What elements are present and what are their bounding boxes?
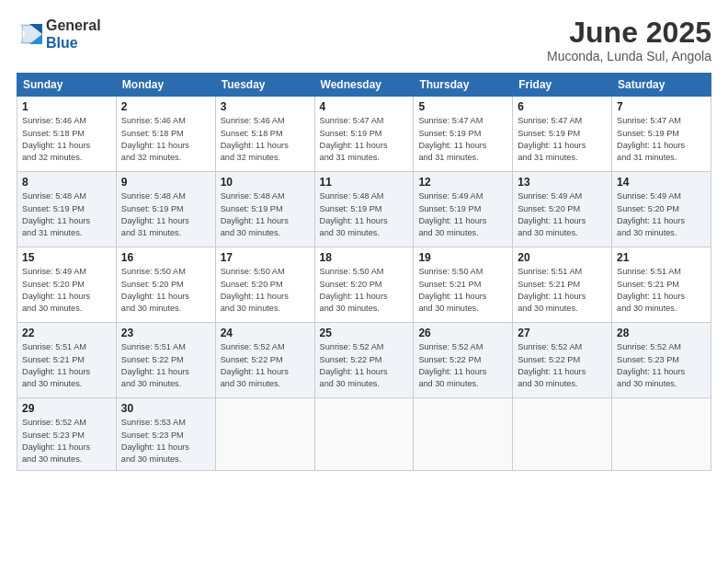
- day-info: Sunrise: 5:52 AM Sunset: 5:22 PM Dayligh…: [418, 341, 507, 390]
- day-cell: 10Sunrise: 5:48 AM Sunset: 5:19 PM Dayli…: [215, 172, 314, 247]
- day-cell: 19Sunrise: 5:50 AM Sunset: 5:21 PM Dayli…: [414, 247, 513, 323]
- day-info: Sunrise: 5:47 AM Sunset: 5:19 PM Dayligh…: [320, 115, 409, 164]
- header-cell-tuesday: Tuesday: [215, 74, 314, 97]
- day-number: 5: [418, 100, 507, 113]
- calendar-table: SundayMondayTuesdayWednesdayThursdayFrid…: [17, 73, 711, 470]
- day-number: 30: [121, 402, 210, 415]
- week-row-3: 15Sunrise: 5:49 AM Sunset: 5:20 PM Dayli…: [17, 247, 711, 323]
- day-cell: 3Sunrise: 5:46 AM Sunset: 5:18 PM Daylig…: [215, 97, 314, 172]
- day-info: Sunrise: 5:48 AM Sunset: 5:19 PM Dayligh…: [121, 190, 210, 239]
- day-info: Sunrise: 5:47 AM Sunset: 5:19 PM Dayligh…: [518, 115, 607, 164]
- day-cell: 16Sunrise: 5:50 AM Sunset: 5:20 PM Dayli…: [116, 247, 215, 323]
- day-cell: 6Sunrise: 5:47 AM Sunset: 5:19 PM Daylig…: [513, 97, 612, 172]
- day-cell: 27Sunrise: 5:52 AM Sunset: 5:22 PM Dayli…: [513, 323, 612, 398]
- day-number: 6: [518, 100, 607, 113]
- week-row-1: 1Sunrise: 5:46 AM Sunset: 5:18 PM Daylig…: [17, 97, 711, 172]
- week-row-4: 22Sunrise: 5:51 AM Sunset: 5:21 PM Dayli…: [17, 323, 711, 398]
- day-cell: 17Sunrise: 5:50 AM Sunset: 5:20 PM Dayli…: [215, 247, 314, 323]
- month-title: June 2025: [547, 17, 711, 49]
- day-info: Sunrise: 5:50 AM Sunset: 5:21 PM Dayligh…: [418, 266, 507, 315]
- day-cell: 24Sunrise: 5:52 AM Sunset: 5:22 PM Dayli…: [215, 323, 314, 398]
- day-number: 19: [418, 251, 507, 264]
- day-cell: 7Sunrise: 5:47 AM Sunset: 5:19 PM Daylig…: [612, 97, 711, 172]
- day-cell: [414, 398, 513, 470]
- day-info: Sunrise: 5:52 AM Sunset: 5:22 PM Dayligh…: [221, 341, 310, 390]
- day-number: 1: [22, 100, 111, 113]
- day-info: Sunrise: 5:47 AM Sunset: 5:19 PM Dayligh…: [418, 115, 507, 164]
- day-info: Sunrise: 5:52 AM Sunset: 5:22 PM Dayligh…: [518, 341, 607, 390]
- day-info: Sunrise: 5:47 AM Sunset: 5:19 PM Dayligh…: [617, 115, 706, 164]
- day-number: 24: [221, 327, 310, 339]
- day-cell: [612, 398, 711, 470]
- day-number: 27: [518, 327, 607, 339]
- header-cell-saturday: Saturday: [612, 74, 711, 97]
- day-number: 15: [22, 251, 111, 264]
- day-number: 3: [221, 100, 310, 113]
- day-number: 26: [418, 327, 507, 339]
- day-info: Sunrise: 5:51 AM Sunset: 5:21 PM Dayligh…: [518, 266, 607, 315]
- day-number: 21: [617, 251, 706, 264]
- day-cell: 30Sunrise: 5:53 AM Sunset: 5:23 PM Dayli…: [116, 398, 215, 470]
- day-info: Sunrise: 5:50 AM Sunset: 5:20 PM Dayligh…: [221, 266, 310, 315]
- day-cell: 2Sunrise: 5:46 AM Sunset: 5:18 PM Daylig…: [116, 97, 215, 172]
- day-info: Sunrise: 5:49 AM Sunset: 5:20 PM Dayligh…: [518, 190, 607, 239]
- day-cell: 9Sunrise: 5:48 AM Sunset: 5:19 PM Daylig…: [116, 172, 215, 247]
- day-cell: [314, 398, 414, 470]
- day-info: Sunrise: 5:50 AM Sunset: 5:20 PM Dayligh…: [320, 266, 409, 315]
- day-cell: 28Sunrise: 5:52 AM Sunset: 5:23 PM Dayli…: [612, 323, 711, 398]
- day-number: 29: [22, 402, 111, 415]
- day-info: Sunrise: 5:51 AM Sunset: 5:21 PM Dayligh…: [22, 341, 111, 390]
- logo: General Blue: [17, 17, 101, 52]
- day-number: 20: [518, 251, 607, 264]
- day-number: 25: [320, 327, 409, 339]
- day-cell: 20Sunrise: 5:51 AM Sunset: 5:21 PM Dayli…: [513, 247, 612, 323]
- day-number: 13: [518, 176, 607, 189]
- day-number: 23: [121, 327, 210, 339]
- day-number: 16: [121, 251, 210, 264]
- day-info: Sunrise: 5:49 AM Sunset: 5:19 PM Dayligh…: [418, 190, 507, 239]
- day-info: Sunrise: 5:46 AM Sunset: 5:18 PM Dayligh…: [121, 115, 210, 164]
- day-number: 7: [617, 100, 706, 113]
- day-number: 14: [617, 176, 706, 189]
- day-cell: 14Sunrise: 5:49 AM Sunset: 5:20 PM Dayli…: [612, 172, 711, 247]
- header-cell-sunday: Sunday: [17, 74, 117, 97]
- day-cell: 26Sunrise: 5:52 AM Sunset: 5:22 PM Dayli…: [414, 323, 513, 398]
- day-info: Sunrise: 5:49 AM Sunset: 5:20 PM Dayligh…: [617, 190, 706, 239]
- day-info: Sunrise: 5:48 AM Sunset: 5:19 PM Dayligh…: [221, 190, 310, 239]
- logo-general: General: [46, 17, 101, 33]
- header-cell-thursday: Thursday: [414, 74, 513, 97]
- day-cell: 29Sunrise: 5:52 AM Sunset: 5:23 PM Dayli…: [17, 398, 117, 470]
- day-info: Sunrise: 5:53 AM Sunset: 5:23 PM Dayligh…: [121, 417, 210, 465]
- day-number: 17: [221, 251, 310, 264]
- location-title: Muconda, Lunda Sul, Angola: [547, 49, 711, 63]
- day-cell: 11Sunrise: 5:48 AM Sunset: 5:19 PM Dayli…: [314, 172, 414, 247]
- day-info: Sunrise: 5:46 AM Sunset: 5:18 PM Dayligh…: [22, 115, 111, 164]
- day-cell: 15Sunrise: 5:49 AM Sunset: 5:20 PM Dayli…: [17, 247, 117, 323]
- day-cell: 12Sunrise: 5:49 AM Sunset: 5:19 PM Dayli…: [414, 172, 513, 247]
- header-row: SundayMondayTuesdayWednesdayThursdayFrid…: [17, 74, 711, 97]
- logo-text: General Blue: [46, 17, 101, 52]
- header-cell-wednesday: Wednesday: [314, 74, 414, 97]
- day-cell: [215, 398, 314, 470]
- day-number: 2: [121, 100, 210, 113]
- day-number: 12: [418, 176, 507, 189]
- week-row-2: 8Sunrise: 5:48 AM Sunset: 5:19 PM Daylig…: [17, 172, 711, 247]
- day-number: 9: [121, 176, 210, 189]
- header-cell-friday: Friday: [513, 74, 612, 97]
- day-info: Sunrise: 5:52 AM Sunset: 5:23 PM Dayligh…: [617, 341, 706, 390]
- day-cell: 4Sunrise: 5:47 AM Sunset: 5:19 PM Daylig…: [314, 97, 414, 172]
- day-cell: [513, 398, 612, 470]
- day-number: 28: [617, 327, 706, 339]
- title-block: June 2025 Muconda, Lunda Sul, Angola: [547, 17, 711, 63]
- day-info: Sunrise: 5:48 AM Sunset: 5:19 PM Dayligh…: [320, 190, 409, 239]
- logo-icon: [17, 21, 42, 47]
- day-info: Sunrise: 5:52 AM Sunset: 5:22 PM Dayligh…: [320, 341, 409, 390]
- day-cell: 5Sunrise: 5:47 AM Sunset: 5:19 PM Daylig…: [414, 97, 513, 172]
- day-cell: 1Sunrise: 5:46 AM Sunset: 5:18 PM Daylig…: [17, 97, 117, 172]
- week-row-5: 29Sunrise: 5:52 AM Sunset: 5:23 PM Dayli…: [17, 398, 711, 470]
- day-info: Sunrise: 5:50 AM Sunset: 5:20 PM Dayligh…: [121, 266, 210, 315]
- day-info: Sunrise: 5:51 AM Sunset: 5:22 PM Dayligh…: [121, 341, 210, 390]
- day-number: 8: [22, 176, 111, 189]
- day-cell: 13Sunrise: 5:49 AM Sunset: 5:20 PM Dayli…: [513, 172, 612, 247]
- day-number: 11: [320, 176, 409, 189]
